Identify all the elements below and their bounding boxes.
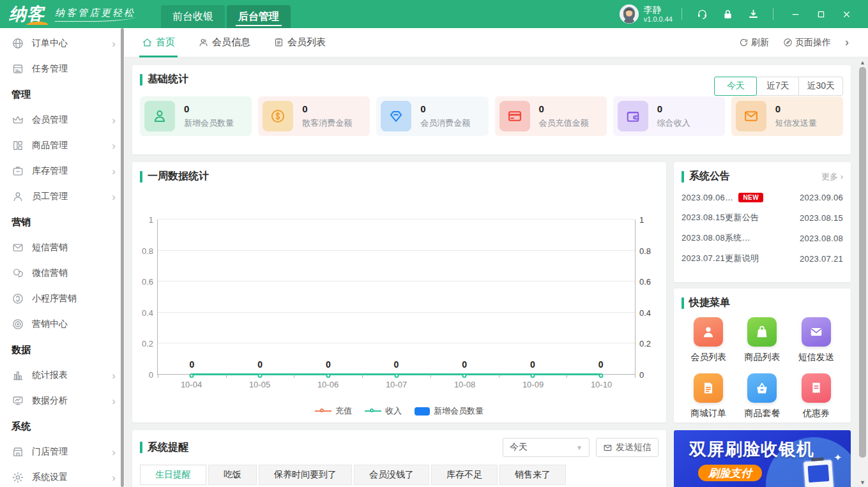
quick-menu-item[interactable]: 商品套餐 <box>744 373 780 419</box>
customer-service-icon[interactable] <box>691 4 713 24</box>
maximize-icon[interactable] <box>808 4 834 24</box>
legend-label: 收入 <box>385 405 402 417</box>
minimize-icon[interactable] <box>782 4 808 24</box>
sidebar-item[interactable]: 营销中心 <box>0 311 125 337</box>
quick-menu-item[interactable]: 商品列表 <box>744 317 780 363</box>
data-point <box>190 373 194 378</box>
page-actions-button[interactable]: 页面操作 <box>783 37 831 49</box>
sidebar-item-label: 系统设置 <box>32 472 68 483</box>
weekly-chart-title: 一周数据统计 <box>140 170 659 183</box>
y-axis-tick: 0.2 <box>142 339 153 348</box>
miniprogram-icon <box>11 292 24 305</box>
y-axis-tick-right: 0.2 <box>639 339 651 348</box>
sidebar-item[interactable]: 库存管理› <box>0 158 125 184</box>
announcement-row[interactable]: 2023.07.21更新说明2023.07.21 <box>681 248 843 269</box>
quick-menu-label: 商城订单 <box>690 408 726 419</box>
divider <box>773 8 773 20</box>
reminder-tab[interactable]: 库存不足 <box>431 465 498 485</box>
sidebar-item[interactable]: 统计报表› <box>0 363 125 388</box>
title-accent-bar <box>140 442 142 453</box>
sidebar-item[interactable]: 短信营销 <box>0 235 125 260</box>
scrollbar-thumb[interactable] <box>859 67 866 458</box>
stat-card: 0会员充值金额 <box>495 96 607 136</box>
range-button[interactable]: 近30天 <box>798 77 843 96</box>
tab-0[interactable]: 首页 <box>142 28 175 57</box>
sidebar-item[interactable]: 商品管理› <box>0 133 125 158</box>
sidebar-item[interactable]: 微信营销 <box>0 260 125 286</box>
reminder-tab[interactable]: 保养时间要到了 <box>259 465 352 485</box>
data-point-label: 0 <box>394 359 399 370</box>
chevron-right-icon: › <box>112 191 116 202</box>
quick-menu-item[interactable]: 商城订单 <box>690 373 726 419</box>
quick-menu-item[interactable]: 优惠券 <box>802 373 831 419</box>
basket-fill-icon <box>747 373 777 403</box>
date-range-group: 今天近7天近30天 <box>714 77 843 96</box>
announcement-row[interactable]: 2023.08.08系统…2023.08.08 <box>681 228 843 248</box>
quick-menu-item[interactable]: 会员列表 <box>690 317 726 363</box>
announcements-more-link[interactable]: 更多 › <box>821 171 843 183</box>
stat-card: 0短信发送量 <box>731 96 843 136</box>
stat-card-text: 0短信发送量 <box>775 103 817 129</box>
download-icon[interactable] <box>742 4 764 24</box>
sidebar-section-header: 管理 <box>0 82 125 107</box>
sidebar-item[interactable]: 订单中心› <box>0 31 125 56</box>
announcement-title: 2023.08.15更新公告 <box>681 212 759 223</box>
topbar-tab-frontend[interactable]: 前台收银 <box>161 5 225 28</box>
send-sms-button[interactable]: 发送短信 <box>596 438 659 457</box>
chevron-right-icon[interactable]: › <box>845 36 849 49</box>
data-point <box>394 373 399 378</box>
stat-card: 0新增会员数量 <box>140 96 252 136</box>
title-accent-bar <box>681 297 684 309</box>
reminder-tab[interactable]: 吃饭 <box>208 465 257 485</box>
data-point-label: 0 <box>598 359 604 370</box>
tab-2[interactable]: 会员列表 <box>273 28 326 57</box>
reminder-tab[interactable]: 会员没钱了 <box>354 465 429 485</box>
x-axis-tick <box>294 375 294 378</box>
sidebar-item[interactable]: 小程序营销 <box>0 286 125 311</box>
reminder-filter-select[interactable]: 今天 ▼ <box>503 438 590 457</box>
tab-label: 会员信息 <box>212 36 250 49</box>
announcement-row[interactable]: 2023.09.06…NEW2023.09.06 <box>681 187 843 207</box>
sidebar-item-label: 营销中心 <box>32 318 68 330</box>
sidebar: 订单中心›任务管理管理会员管理›商品管理›库存管理›员工管理›营销短信营销微信营… <box>0 28 125 487</box>
sidebar-scrollbar[interactable] <box>121 28 124 487</box>
announcement-row[interactable]: 2023.08.15更新公告2023.08.15 <box>681 207 843 228</box>
list-icon <box>273 37 284 48</box>
gridline <box>158 343 635 343</box>
quick-menu-title: 快捷菜单 <box>681 296 843 310</box>
scroll-up-arrow[interactable]: ▲ <box>857 57 868 67</box>
sidebar-item[interactable]: 任务管理 <box>0 56 125 82</box>
sidebar-item[interactable]: 数据分析› <box>0 388 125 414</box>
announcement-title: 2023.08.08系统… <box>681 232 750 244</box>
ad-banner[interactable]: ✦ 双屏刷脸收银机 刷脸支付 <box>674 430 851 487</box>
y-axis-tick: 0 <box>149 370 153 380</box>
avatar[interactable] <box>620 4 639 24</box>
sidebar-item[interactable]: 系统设置› <box>0 465 125 487</box>
quick-menu-panel: 快捷菜单 会员列表商品列表短信发送商城订单商品套餐优惠券 <box>674 288 851 423</box>
topbar-tab-backend[interactable]: 后台管理 <box>227 5 291 28</box>
quick-menu-item[interactable]: 短信发送 <box>798 317 834 363</box>
reminder-tab[interactable]: 销售来了 <box>499 465 566 485</box>
data-point <box>598 373 603 378</box>
chevron-right-icon: › <box>112 447 116 458</box>
tab-1[interactable]: 会员信息 <box>198 28 250 57</box>
topbar-nav: 前台收银后台管理 <box>161 5 291 28</box>
y-axis-tick-right: 0.4 <box>639 308 651 317</box>
sidebar-item[interactable]: 员工管理› <box>0 184 125 209</box>
gridline <box>158 219 635 220</box>
range-button[interactable]: 近7天 <box>756 77 799 96</box>
reminders-panel: 系统提醒 今天 ▼ 发送短信 <box>132 430 666 487</box>
reminder-tab[interactable]: 生日提醒 <box>140 465 206 485</box>
scroll-down-arrow[interactable]: ▼ <box>857 477 868 487</box>
lock-icon[interactable] <box>717 4 738 24</box>
legend-item[interactable]: 充值 <box>315 405 352 417</box>
stat-label: 综合收入 <box>657 117 690 129</box>
sidebar-item[interactable]: 门店管理› <box>0 439 125 465</box>
close-icon[interactable] <box>834 4 859 24</box>
stat-card: 0会员消费金额 <box>376 96 488 136</box>
sidebar-item[interactable]: 会员管理› <box>0 107 125 133</box>
refresh-button[interactable]: 刷新 <box>739 37 769 49</box>
range-button[interactable]: 今天 <box>714 77 757 96</box>
legend-item[interactable]: 收入 <box>365 405 402 417</box>
legend-item[interactable]: 新增会员数量 <box>415 405 483 417</box>
